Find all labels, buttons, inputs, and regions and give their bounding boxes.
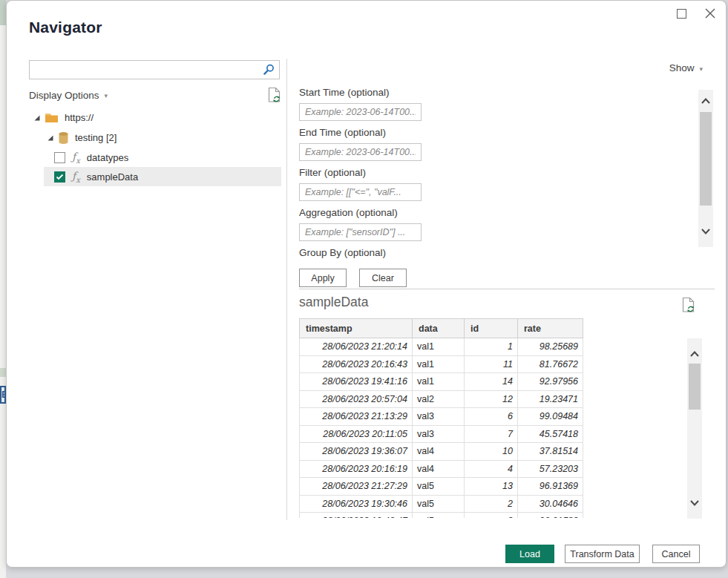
table-row[interactable]: 28/06/2023 20:16:43val11181.76672 (300, 355, 583, 373)
search-input[interactable] (30, 62, 262, 78)
tree-item-https[interactable]: https:// (29, 108, 281, 128)
load-button[interactable]: Load (505, 545, 554, 563)
column-header-rate[interactable]: rate (518, 319, 583, 338)
table-cell: 19.23471 (518, 390, 583, 408)
column-header-timestamp[interactable]: timestamp (300, 319, 413, 338)
field-label-aggregation: Aggregation (optional) (299, 207, 477, 220)
table-cell: 28/06/2023 21:27:29 (300, 478, 413, 496)
tree-item-label: testing [2] (75, 132, 117, 143)
preview-table: timestamp data id rate 28/06/2023 21:20:… (299, 318, 583, 518)
navigator-dialog: Navigator Display Options ▾ (6, 0, 727, 568)
aggregation-input[interactable] (299, 223, 422, 241)
tree-item-testing[interactable]: testing [2] (29, 128, 281, 148)
form-scrollbar[interactable] (698, 90, 713, 247)
scroll-up-icon[interactable] (689, 350, 700, 358)
start-time-input[interactable] (299, 103, 422, 121)
navigation-tree: https:// testing [2] ƒx datatypes ƒx sam… (29, 108, 281, 186)
scroll-down-icon[interactable] (689, 499, 700, 507)
table-cell: 6 (465, 408, 518, 426)
tree-item-label: https:// (65, 112, 94, 123)
cancel-button[interactable]: Cancel (652, 545, 700, 563)
tree-item-label: datatypes (87, 152, 128, 163)
scrollbar-thumb[interactable] (700, 112, 712, 206)
column-header-id[interactable]: id (465, 319, 518, 338)
background-window-artifact (0, 368, 6, 377)
table-row[interactable]: 28/06/2023 21:20:14val1198.25689 (300, 338, 583, 356)
expand-arrow-icon[interactable] (47, 134, 54, 142)
table-cell: 28/06/2023 19:48:47 (300, 513, 413, 519)
end-time-input[interactable] (299, 143, 422, 161)
filter-input[interactable] (299, 183, 422, 201)
scroll-up-icon[interactable] (701, 97, 711, 105)
table-cell: val5 (413, 513, 465, 519)
field-label-start-time: Start Time (optional) (299, 87, 477, 100)
dialog-title: Navigator (29, 19, 102, 36)
function-icon: ƒx (72, 151, 80, 165)
table-cell: 98.25689 (518, 338, 583, 356)
checkbox-unchecked[interactable] (54, 152, 65, 163)
table-row[interactable]: 28/06/2023 19:30:46val5230.04646 (300, 495, 583, 513)
search-icon[interactable] (262, 63, 275, 76)
table-cell: 28/06/2023 20:16:43 (300, 355, 413, 373)
table-cell: 57.23203 (518, 460, 583, 478)
table-cell: 99.09484 (518, 408, 583, 426)
database-icon (58, 131, 69, 145)
table-cell: 3 (465, 513, 518, 519)
table-cell: 28/06/2023 19:36:07 (300, 443, 413, 461)
table-row[interactable]: 28/06/2023 19:48:47val5320.01583 (300, 513, 583, 519)
table-row[interactable]: 28/06/2023 21:27:29val51396.91369 (300, 478, 583, 496)
table-cell: 96.91369 (518, 478, 583, 496)
table-row[interactable]: 28/06/2023 19:41:16val11492.97956 (300, 373, 583, 391)
table-row[interactable]: 28/06/2023 20:16:19val4457.23203 (300, 460, 583, 478)
table-cell: 28/06/2023 19:41:16 (300, 373, 413, 391)
table-cell: 30.04646 (518, 495, 583, 513)
table-cell: val4 (413, 443, 465, 461)
clear-button[interactable]: Clear (359, 269, 407, 287)
tree-item-datatypes[interactable]: ƒx datatypes (44, 148, 281, 167)
preview-table-body: 28/06/2023 21:20:14val1198.2568928/06/20… (300, 338, 583, 519)
table-header-row: timestamp data id rate (300, 319, 583, 338)
table-cell: 81.76672 (518, 355, 583, 373)
refresh-preview-icon[interactable] (682, 297, 695, 313)
maximize-icon[interactable] (677, 9, 686, 19)
tree-item-sampledata[interactable]: ƒx sampleData (44, 167, 281, 186)
table-row[interactable]: 28/06/2023 19:36:07val41037.81514 (300, 443, 583, 461)
background-window-artifact: E (0, 386, 6, 404)
show-dropdown[interactable]: Show ▾ (669, 62, 703, 73)
table-cell: 13 (465, 478, 518, 496)
table-cell: 28/06/2023 19:30:46 (300, 495, 413, 513)
table-cell: val5 (413, 478, 465, 496)
table-row[interactable]: 28/06/2023 21:13:29val3699.09484 (300, 408, 583, 426)
show-label: Show (669, 62, 695, 73)
background-window-artifact (0, 0, 6, 25)
column-header-data[interactable]: data (413, 319, 465, 338)
table-cell: 28/06/2023 21:20:14 (300, 338, 413, 356)
table-row[interactable]: 28/06/2023 20:11:05val3745.57418 (300, 425, 583, 443)
table-cell: 28/06/2023 21:13:29 (300, 408, 413, 426)
apply-button[interactable]: Apply (299, 269, 347, 287)
table-cell: 28/06/2023 20:57:04 (300, 390, 413, 408)
background-strip (0, 0, 6, 578)
table-scrollbar[interactable] (687, 338, 702, 519)
close-icon[interactable] (704, 7, 716, 19)
transform-data-button[interactable]: Transform Data (565, 545, 640, 563)
section-divider (299, 289, 715, 289)
expand-arrow-icon[interactable] (33, 114, 41, 122)
table-cell: 45.57418 (518, 425, 583, 443)
refresh-preview-icon[interactable] (268, 87, 281, 103)
display-options-row: Display Options ▾ (29, 87, 281, 103)
table-row[interactable]: 28/06/2023 20:57:04val21219.23471 (300, 390, 583, 408)
table-cell: 12 (465, 390, 518, 408)
scrollbar-thumb[interactable] (689, 364, 701, 410)
table-cell: 4 (465, 460, 518, 478)
preview-title: sampleData (299, 295, 368, 310)
table-cell: val2 (413, 390, 465, 408)
table-cell: val5 (413, 495, 465, 513)
table-cell: 92.97956 (518, 373, 583, 391)
display-options-dropdown[interactable]: Display Options (29, 90, 99, 101)
search-box (29, 60, 280, 79)
table-cell: 28/06/2023 20:16:19 (300, 460, 413, 478)
preview-table-container: timestamp data id rate 28/06/2023 21:20:… (299, 318, 583, 518)
scroll-down-icon[interactable] (701, 228, 711, 235)
checkbox-checked[interactable] (54, 171, 65, 183)
